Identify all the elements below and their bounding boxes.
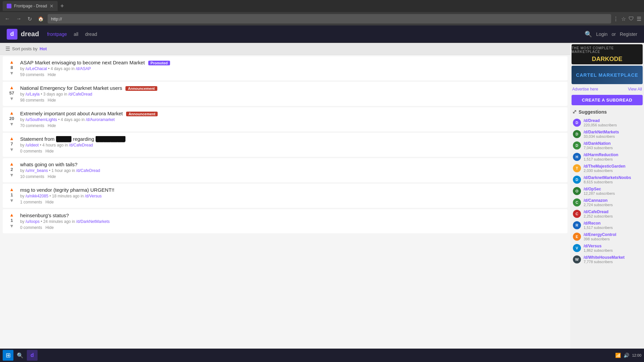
upvote-button[interactable]: ▲ [9, 213, 14, 217]
sub-avatar: D [573, 130, 581, 138]
new-tab-button[interactable]: + [60, 3, 64, 10]
menu-icon[interactable]: ☰ [637, 16, 641, 22]
ad-cartel[interactable]: CARTEL MARKETPLACE [572, 66, 643, 84]
suggestion-item[interactable]: O/d/OpSec12,287 subscribers [572, 185, 642, 197]
suggestion-item[interactable]: W/d/WhiteHouseMarket7,778 subscribers [572, 254, 642, 265]
post-author[interactable]: /u/SouthernLights [25, 117, 57, 122]
post-title[interactable]: Extremely important post about Aurora Ma… [20, 111, 564, 116]
hide-link[interactable]: Hide [48, 123, 56, 128]
suggestion-item[interactable]: E/d/EnergyControl398 subscribers [572, 231, 642, 242]
post-title[interactable]: heinsenburg's status? [20, 213, 564, 218]
post-meta: by /u/nikk42085 • 18 minutes ago in /d/V… [20, 194, 564, 198]
suggestion-item[interactable]: C/d/Cannazon2,724 subscribers [572, 197, 642, 208]
hide-link[interactable]: Hide [48, 174, 56, 179]
hide-link[interactable]: Hide [45, 149, 54, 154]
post-author[interactable]: /u/LeChacal [25, 66, 47, 71]
post-author[interactable]: /u/loops [25, 219, 40, 224]
post-subreddit[interactable]: /d/Versus [85, 194, 102, 198]
post-author[interactable]: /u/mr_beans [25, 168, 48, 173]
post-subreddit[interactable]: /d/DarkNetMarkets [76, 219, 110, 224]
taskbar-dread[interactable]: d [27, 350, 38, 361]
hide-link[interactable]: Hide [45, 225, 54, 230]
upvote-button[interactable]: ▲ [9, 60, 14, 64]
upvote-button[interactable]: ▲ [9, 136, 14, 141]
post-title[interactable]: msg to vendor (tegrity pharma) URGENT!! [20, 187, 564, 193]
shield-icon[interactable]: 🛡 [629, 16, 634, 22]
vote-column: ▲ 1 ▼ [7, 213, 17, 228]
post-author[interactable]: /u/Layla [25, 92, 40, 97]
upvote-button[interactable]: ▲ [9, 111, 14, 115]
post-author[interactable]: /u/ideot [25, 143, 39, 147]
search-icon[interactable]: 🔍 [585, 31, 592, 38]
view-all-link[interactable]: View All [628, 87, 642, 92]
post-subreddit[interactable]: /d/CafeDread [68, 92, 92, 97]
downvote-button[interactable]: ▼ [9, 198, 14, 203]
comments-link[interactable]: 59 comments [20, 72, 44, 77]
comments-link[interactable]: 98 comments [20, 98, 44, 103]
login-button[interactable]: Login [596, 32, 607, 37]
hide-link[interactable]: Hide [48, 98, 56, 103]
upvote-button[interactable]: ▲ [9, 162, 14, 166]
address-bar[interactable] [48, 14, 611, 23]
taskbar-search[interactable]: 🔍 [15, 350, 25, 361]
comments-link[interactable]: 70 comments [20, 123, 44, 128]
suggestion-item[interactable]: T/d/TheMajesticGarden2,030 subscribers [572, 163, 642, 174]
forward-button[interactable]: → [14, 15, 23, 22]
post-title[interactable]: whats going on with tails? [20, 162, 564, 167]
suggestion-item[interactable]: D/d/Dread220,056 subscribers [572, 117, 642, 128]
post-subreddit[interactable]: /d/CafeDread [76, 168, 100, 173]
suggestion-item[interactable]: C/d/CafeDread2,252 subscribers [572, 208, 642, 220]
post-title[interactable]: National Emergency for Darknet Market us… [20, 85, 564, 91]
nav-all[interactable]: all [74, 32, 78, 37]
post-time: 4 hours ago [42, 143, 63, 147]
comments-link[interactable]: 0 comments [20, 225, 42, 230]
post-subreddit[interactable]: /d/CafeDread [69, 143, 93, 147]
create-subdread-button[interactable]: CREATE A SUBDREAD [572, 95, 643, 105]
post-title[interactable]: ASAP Market envisaging to become next Dr… [20, 60, 564, 65]
sort-current[interactable]: Hot [40, 46, 47, 51]
post-title[interactable]: Statement from ████ regarding ████████ [20, 136, 564, 142]
comments-link[interactable]: 0 comments [20, 149, 42, 154]
sub-count: 7,778 subscribers [584, 260, 641, 264]
or-label: or [611, 32, 615, 37]
post-subreddit[interactable]: /d/ASAP [76, 66, 91, 71]
hide-link[interactable]: Hide [48, 72, 56, 77]
refresh-button[interactable]: ↻ [25, 15, 34, 23]
ad-darkode[interactable]: THE MOST COMPLETE MARKETPLACE DARKODE [572, 44, 643, 64]
upvote-button[interactable]: ▲ [9, 85, 14, 90]
advertise-link[interactable]: Advertise here [572, 87, 598, 92]
suggestion-item[interactable]: D/d/DankNation7,043 subscribers [572, 140, 642, 151]
ad-name: DARKODE [592, 56, 622, 63]
title-middle: regarding [73, 136, 94, 142]
post-author[interactable]: /u/nikk42085 [25, 194, 48, 198]
extensions-icon[interactable]: ⋮ [613, 16, 619, 22]
comments-link[interactable]: 1 comments [20, 200, 42, 204]
suggestion-item[interactable]: D/d/DarknetMarketsNoobs8,615 subscribers [572, 174, 642, 185]
register-button[interactable]: Register [620, 32, 637, 37]
nav-dread[interactable]: dread [85, 32, 97, 37]
comments-link[interactable]: 10 comments [20, 174, 44, 179]
browser-tab[interactable]: Frontpage - Dread ✕ [3, 1, 58, 11]
start-button[interactable]: ⊞ [3, 350, 13, 361]
tab-close-button[interactable]: ✕ [50, 3, 54, 9]
downvote-button[interactable]: ▼ [9, 71, 14, 75]
vote-column: ▲ 2 ▼ [7, 162, 17, 177]
sub-name: /d/Recon [584, 221, 641, 226]
bookmark-icon[interactable]: ☆ [621, 16, 626, 22]
upvote-button[interactable]: ▲ [9, 187, 14, 192]
downvote-button[interactable]: ▼ [9, 173, 14, 177]
downvote-button[interactable]: ▼ [9, 224, 14, 228]
hide-link[interactable]: Hide [45, 200, 54, 204]
posts-list: ▲ 8 ▼ ASAP Market envisaging to become n… [0, 56, 570, 233]
home-button[interactable]: 🏠 [36, 15, 46, 22]
nav-frontpage[interactable]: frontpage [47, 32, 67, 37]
suggestion-item[interactable]: R/d/Recon1,517 subscribers [572, 220, 642, 231]
post-subreddit[interactable]: /d/Auroramarket [86, 117, 115, 122]
suggestion-item[interactable]: V/d/Versus1,862 subscribers [572, 242, 642, 254]
downvote-button[interactable]: ▼ [9, 122, 14, 126]
downvote-button[interactable]: ▼ [9, 96, 14, 101]
suggestion-item[interactable]: D/d/DarkNetMarkets33,034 subscribers [572, 128, 642, 140]
downvote-button[interactable]: ▼ [9, 147, 14, 152]
suggestion-item[interactable]: H/d/HarmReduction1,517 subscribers [572, 151, 642, 163]
back-button[interactable]: ← [3, 15, 12, 22]
